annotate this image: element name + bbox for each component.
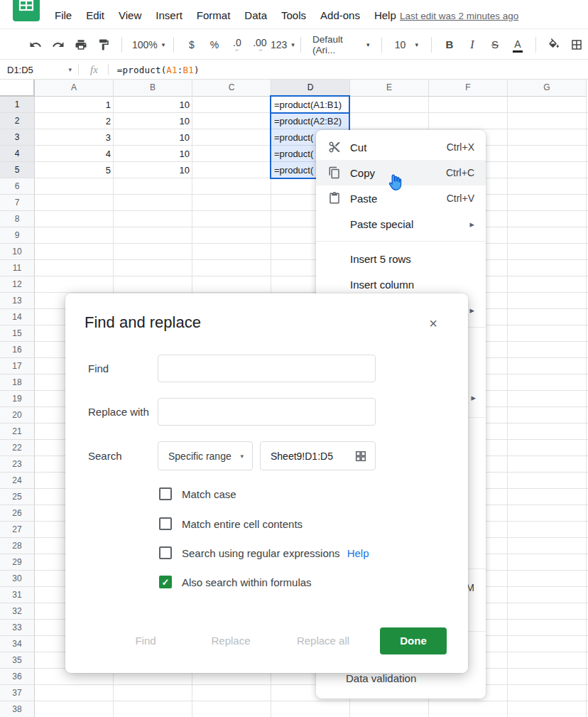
- row-header-38[interactable]: 38: [0, 701, 35, 717]
- find-button[interactable]: Find: [124, 627, 167, 654]
- row-header-28[interactable]: 28: [0, 538, 35, 554]
- column-header-E[interactable]: E: [350, 80, 429, 97]
- undo-icon[interactable]: [25, 34, 46, 55]
- row-header-20[interactable]: 20: [0, 407, 35, 424]
- row-header-18[interactable]: 18: [0, 374, 35, 391]
- zoom-select[interactable]: 100%▾: [129, 34, 166, 55]
- replace-button[interactable]: Replace: [199, 627, 263, 654]
- menu-file[interactable]: File: [53, 8, 73, 23]
- font-family-select[interactable]: Default (Ari...▾: [308, 34, 374, 55]
- menu-item-cut[interactable]: CutCtrl+X: [316, 134, 486, 160]
- menu-item-insert-5-rows[interactable]: Insert 5 rows: [316, 246, 486, 271]
- help-link[interactable]: Help: [347, 547, 369, 559]
- submenu-arrow-icon[interactable]: ▸: [471, 392, 476, 403]
- select-all-corner[interactable]: [0, 80, 35, 97]
- format-percent-button[interactable]: %: [204, 34, 225, 55]
- menu-item-copy[interactable]: CopyCtrl+C: [316, 160, 486, 185]
- row-header-25[interactable]: 25: [0, 489, 35, 505]
- row-header-2[interactable]: 2: [0, 113, 35, 129]
- grid-cell-A5[interactable]: 5: [35, 162, 114, 178]
- menu-item-paste[interactable]: PasteCtrl+V: [316, 185, 486, 211]
- row-header-21[interactable]: 21: [0, 424, 35, 440]
- column-header-A[interactable]: A: [35, 80, 114, 97]
- grid-cell-D1[interactable]: =product(A1:B1): [271, 97, 350, 113]
- menu-data[interactable]: Data: [243, 8, 268, 23]
- row-header-31[interactable]: 31: [0, 587, 35, 603]
- format-currency-button[interactable]: $: [181, 34, 202, 55]
- row-header-27[interactable]: 27: [0, 522, 35, 538]
- row-header-12[interactable]: 12: [0, 276, 35, 293]
- menu-item-paste-special[interactable]: Paste special▸: [316, 211, 486, 237]
- replace-input[interactable]: [158, 398, 376, 426]
- row-header-15[interactable]: 15: [0, 325, 35, 342]
- text-color-button[interactable]: A: [507, 34, 528, 55]
- grid-cell-D2[interactable]: =product(A2:B2): [271, 113, 350, 129]
- row-header-33[interactable]: 33: [0, 620, 35, 636]
- column-header-D[interactable]: D: [271, 80, 350, 97]
- sheets-logo-icon[interactable]: [13, 0, 40, 21]
- done-button[interactable]: Done: [380, 627, 447, 654]
- menu-tools[interactable]: Tools: [280, 8, 307, 23]
- row-header-22[interactable]: 22: [0, 440, 35, 456]
- checkbox-checked-icon[interactable]: ✓: [159, 576, 172, 588]
- close-icon[interactable]: ×: [424, 314, 442, 333]
- row-header-26[interactable]: 26: [0, 505, 35, 522]
- select-range-icon[interactable]: [354, 450, 367, 463]
- grid-cell-B5[interactable]: 10: [114, 162, 192, 178]
- row-header-13[interactable]: 13: [0, 293, 35, 309]
- grid-cell-B2[interactable]: 10: [114, 113, 192, 129]
- column-header-F[interactable]: F: [429, 80, 508, 97]
- row-header-24[interactable]: 24: [0, 473, 35, 489]
- menu-insert[interactable]: Insert: [154, 8, 184, 23]
- row-header-23[interactable]: 23: [0, 456, 35, 473]
- decrease-decimal-button[interactable]: .0←: [227, 34, 248, 55]
- checkbox-row-also-search-within-formulas[interactable]: ✓Also search within formulas: [159, 576, 312, 588]
- row-header-1[interactable]: 1: [0, 97, 35, 113]
- grid-cell-A3[interactable]: 3: [35, 129, 114, 146]
- row-header-4[interactable]: 4: [0, 146, 35, 162]
- checkbox-icon[interactable]: [159, 517, 172, 530]
- row-header-16[interactable]: 16: [0, 342, 35, 358]
- grid-cell-B4[interactable]: 10: [114, 146, 192, 162]
- row-header-35[interactable]: 35: [0, 652, 35, 669]
- menu-help[interactable]: Help: [373, 8, 398, 23]
- grid-cell-A4[interactable]: 4: [35, 146, 114, 162]
- row-header-9[interactable]: 9: [0, 227, 35, 244]
- checkbox-row-match-entire-cell-contents[interactable]: Match entire cell contents: [159, 517, 303, 530]
- grid-cell-A1[interactable]: 1: [35, 97, 114, 113]
- bold-button[interactable]: B: [439, 34, 460, 55]
- menu-add-ons[interactable]: Add-ons: [319, 8, 361, 23]
- find-input[interactable]: [158, 355, 376, 382]
- redo-icon[interactable]: [48, 34, 69, 55]
- menu-format[interactable]: Format: [195, 8, 232, 23]
- increase-decimal-button[interactable]: .00→: [249, 34, 271, 55]
- row-header-7[interactable]: 7: [0, 195, 35, 211]
- row-header-36[interactable]: 36: [0, 669, 35, 685]
- checkbox-icon[interactable]: [159, 546, 172, 559]
- row-header-17[interactable]: 17: [0, 358, 35, 374]
- checkbox-row-match-case[interactable]: Match case: [159, 487, 236, 500]
- last-edit-status[interactable]: Last edit was 2 minutes ago: [400, 11, 518, 21]
- checkbox-row-search-using-regular-expressions[interactable]: Search using regular expressionsHelp: [159, 546, 369, 559]
- row-header-5[interactable]: 5: [0, 162, 35, 178]
- row-header-34[interactable]: 34: [0, 636, 35, 652]
- paint-format-icon[interactable]: [93, 34, 114, 55]
- replace-all-button[interactable]: Replace all: [288, 627, 359, 654]
- grid-cell-B1[interactable]: 10: [114, 97, 192, 113]
- column-header-C[interactable]: C: [192, 80, 271, 97]
- row-header-10[interactable]: 10: [0, 244, 35, 260]
- row-header-11[interactable]: 11: [0, 260, 35, 276]
- row-header-14[interactable]: 14: [0, 309, 35, 325]
- row-header-30[interactable]: 30: [0, 571, 35, 587]
- row-header-6[interactable]: 6: [0, 178, 35, 195]
- more-formats-button[interactable]: 123▾: [272, 34, 293, 55]
- grid-cell-B3[interactable]: 10: [114, 129, 192, 146]
- borders-icon[interactable]: [566, 34, 587, 55]
- row-header-29[interactable]: 29: [0, 554, 35, 571]
- font-size-select[interactable]: 10▾: [389, 34, 424, 55]
- column-header-G[interactable]: G: [508, 80, 587, 97]
- formula-input[interactable]: =product(A1:B1): [109, 65, 200, 75]
- row-header-32[interactable]: 32: [0, 603, 35, 620]
- print-icon[interactable]: [70, 34, 92, 55]
- row-header-19[interactable]: 19: [0, 391, 35, 407]
